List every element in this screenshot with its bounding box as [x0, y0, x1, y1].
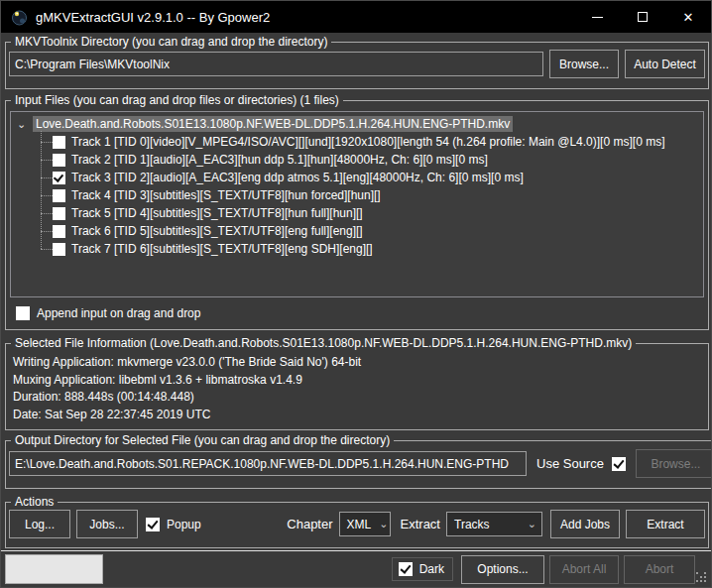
- track-7-label: Track 7 [TID 6][subtitles][S_TEXT/UTF8][…: [71, 242, 373, 256]
- group-mkvtoolnix-directory: MKVToolnix Directory (you can drag and d…: [5, 35, 709, 89]
- tree-item-track-1[interactable]: Track 1 [TID 0][video][V_MPEG4/ISO/AVC][…: [11, 133, 703, 151]
- app-window: gMKVExtractGUI v2.9.1.0 -- By Gpower2 ✕ …: [0, 0, 712, 588]
- dark-theme-label: Dark: [419, 562, 444, 576]
- tree-item-root-file[interactable]: ⌄ Love.Death.and.Robots.S01E13.1080p.NF.…: [11, 115, 703, 133]
- file-info-text: Writing Application: mkvmerge v23.0.0 ('…: [9, 350, 705, 423]
- track-4-checkbox[interactable]: [53, 189, 65, 202]
- tree-connector: [41, 249, 53, 250]
- abort-button[interactable]: Abort: [624, 555, 695, 584]
- file-info-line-date: Date: Sat Sep 28 22:37:45 2019 UTC: [13, 407, 705, 424]
- chapter-format-value: XML: [347, 518, 372, 531]
- minimize-icon: [592, 17, 603, 18]
- tree-connector: [41, 195, 53, 196]
- tree-item-track-4[interactable]: Track 4 [TID 3][subtitles][S_TEXT/UTF8][…: [11, 186, 703, 204]
- group-output-directory-legend: Output Directory for Selected File (you …: [11, 433, 394, 447]
- popup-checkbox[interactable]: Popup: [146, 518, 201, 531]
- group-file-info: Selected File Information (Love.Death.an…: [5, 336, 709, 430]
- track-2-checkbox[interactable]: [53, 154, 65, 167]
- track-5-label: Track 5 [TID 4][subtitles][S_TEXT/UTF8][…: [71, 206, 363, 220]
- append-input-label: Append input on drag and drop: [37, 306, 200, 320]
- use-source-label: Use Source: [536, 456, 604, 471]
- group-file-info-legend: Selected File Information (Love.Death.an…: [11, 336, 636, 350]
- window-title: gMKVExtractGUI v2.9.1.0 -- By Gpower2: [36, 10, 270, 25]
- checkbox-box-icon: [612, 457, 626, 471]
- extract-mode-select[interactable]: Tracks ⌄: [446, 512, 542, 536]
- checkbox-box-icon: [16, 306, 30, 320]
- maximize-button[interactable]: [620, 1, 665, 33]
- tree-root-filename: Love.Death.and.Robots.S01E13.1080p.NF.WE…: [33, 116, 513, 132]
- chapter-format-select[interactable]: XML ⌄: [339, 512, 391, 536]
- track-3-label: Track 3 [TID 2][audio][A_EAC3][eng ddp a…: [71, 171, 524, 184]
- tree-connector: [41, 160, 53, 161]
- append-input-checkbox[interactable]: Append input on drag and drop: [16, 306, 705, 320]
- mkvtoolnix-path-input[interactable]: [9, 52, 543, 76]
- tree-connector: [41, 213, 53, 214]
- group-input-files-legend: Input Files (you can drag and drop files…: [11, 93, 343, 107]
- jobs-button[interactable]: Jobs...: [76, 510, 138, 538]
- track-1-checkbox[interactable]: [53, 136, 65, 149]
- checkbox-box-icon: [146, 518, 160, 531]
- chapter-label: Chapter: [287, 517, 332, 531]
- chevron-down-icon: ⌄: [371, 518, 388, 530]
- auto-detect-button[interactable]: Auto Detect: [625, 50, 705, 78]
- chevron-down-icon[interactable]: ⌄: [17, 118, 33, 131]
- chevron-down-icon: ⌄: [520, 518, 536, 530]
- tree-item-track-7[interactable]: Track 7 [TID 6][subtitles][S_TEXT/UTF8][…: [11, 240, 703, 258]
- caption-buttons: ✕: [574, 1, 711, 33]
- tree-item-track-5[interactable]: Track 5 [TID 4][subtitles][S_TEXT/UTF8][…: [11, 204, 703, 222]
- group-actions: Actions Log... Jobs... Popup Chapter XML…: [5, 495, 709, 548]
- tree-connector: [41, 231, 53, 232]
- track-5-checkbox[interactable]: [53, 207, 65, 220]
- app-icon: [11, 9, 28, 26]
- group-input-files: Input Files (you can drag and drop files…: [5, 93, 709, 330]
- tree-connector: [41, 177, 53, 178]
- track-6-label: Track 6 [TID 5][subtitles][S_TEXT/UTF8][…: [71, 224, 363, 238]
- abort-all-button[interactable]: Abort All: [549, 555, 619, 584]
- popup-label: Popup: [167, 518, 201, 531]
- options-button[interactable]: Options...: [461, 555, 544, 584]
- extract-mode-label: Extract: [401, 517, 440, 531]
- mkvtoolnix-browse-button[interactable]: Browse...: [549, 50, 619, 78]
- progress-bar: [5, 554, 103, 584]
- tree-children: Track 1 [TID 0][video][V_MPEG4/ISO/AVC][…: [11, 133, 703, 258]
- titlebar: gMKVExtractGUI v2.9.1.0 -- By Gpower2 ✕: [1, 1, 711, 33]
- extract-button[interactable]: Extract: [626, 510, 705, 538]
- tree-connector: [41, 142, 53, 143]
- track-4-label: Track 4 [TID 3][subtitles][S_TEXT/UTF8][…: [71, 188, 381, 202]
- track-7-checkbox[interactable]: [53, 243, 65, 256]
- maximize-icon: [638, 12, 648, 22]
- group-mkvtoolnix-legend: MKVToolnix Directory (you can drag and d…: [11, 35, 331, 49]
- minimize-button[interactable]: [574, 1, 620, 33]
- track-3-checkbox[interactable]: [53, 172, 65, 184]
- dark-theme-checkbox[interactable]: Dark: [392, 557, 453, 581]
- tree-item-track-3[interactable]: Track 3 [TID 2][audio][A_EAC3][eng ddp a…: [11, 169, 703, 186]
- tree-item-track-2[interactable]: Track 2 [TID 1][audio][A_EAC3][hun ddp 5…: [11, 151, 703, 169]
- add-jobs-button[interactable]: Add Jobs: [550, 510, 620, 538]
- track-2-label: Track 2 [TID 1][audio][A_EAC3][hun ddp 5…: [71, 153, 488, 167]
- track-1-label: Track 1 [TID 0][video][V_MPEG4/ISO/AVC][…: [71, 135, 664, 149]
- use-source-checkbox[interactable]: Use Source: [536, 456, 626, 471]
- file-info-line-writing: Writing Application: mkvmerge v23.0.0 ('…: [13, 354, 705, 372]
- extract-mode-value: Tracks: [454, 518, 490, 531]
- group-output-directory: Output Directory for Selected File (you …: [5, 433, 712, 489]
- output-directory-input[interactable]: [9, 451, 527, 476]
- statusbar: Dark Options... Abort All Abort: [1, 551, 711, 587]
- resize-grip-icon[interactable]: [696, 572, 707, 583]
- close-icon: ✕: [683, 11, 694, 24]
- output-browse-button[interactable]: Browse...: [636, 449, 712, 478]
- group-actions-legend: Actions: [11, 495, 58, 509]
- tree-item-track-6[interactable]: Track 6 [TID 5][subtitles][S_TEXT/UTF8][…: [11, 222, 703, 240]
- file-info-line-duration: Duration: 888.448s (00:14:48.448): [13, 389, 705, 407]
- log-button[interactable]: Log...: [9, 510, 70, 538]
- track-6-checkbox[interactable]: [53, 225, 65, 238]
- input-files-tree[interactable]: ⌄ Love.Death.and.Robots.S01E13.1080p.NF.…: [10, 111, 704, 297]
- file-info-line-muxing: Muxing Application: libebml v1.3.6 + lib…: [13, 372, 705, 390]
- close-button[interactable]: ✕: [665, 1, 711, 33]
- checkbox-box-icon: [399, 562, 413, 576]
